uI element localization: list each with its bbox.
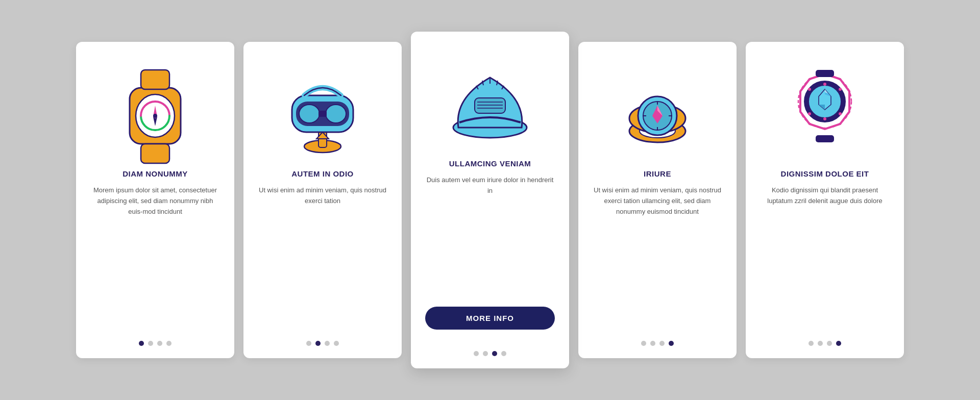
svg-point-47	[823, 83, 826, 86]
svg-point-13	[326, 105, 346, 123]
card-5-text: Kodio dignissim qui blandit praesent lup…	[760, 185, 890, 331]
dot-2-0	[306, 341, 311, 346]
card-4-dots	[641, 331, 674, 346]
svg-point-7	[153, 114, 157, 118]
card-3: ULLAMCING VENIAM Duis autem vel eum iriu…	[411, 32, 569, 368]
card-1: DIAM NONUMMY Morem ipsum dolor sit amet,…	[76, 42, 234, 358]
dot-4-0	[641, 341, 646, 346]
card-5-icon-area	[760, 57, 890, 159]
dot-1-0	[139, 341, 144, 346]
svg-rect-14	[318, 111, 327, 117]
dot-3-2	[492, 351, 497, 356]
svg-point-52	[808, 88, 811, 91]
card-3-icon-area	[425, 47, 555, 149]
svg-point-12	[299, 105, 320, 123]
card-1-dots	[139, 331, 172, 346]
card-5-title: DIGNISSIM DOLOE EIT	[781, 169, 869, 178]
card-1-title: DIAM NONUMMY	[122, 169, 188, 178]
card-2: AUTEM IN ODIO Ut wisi enim ad minim veni…	[243, 42, 402, 358]
vr-headset-icon	[282, 60, 363, 157]
smart-ring-icon	[617, 60, 698, 157]
dot-4-1	[650, 341, 655, 346]
smart-cap-icon	[444, 47, 536, 149]
svg-rect-1	[141, 70, 169, 89]
dot-1-3	[166, 341, 172, 346]
card-3-dots	[474, 341, 506, 356]
svg-point-50	[823, 117, 826, 120]
dot-1-2	[157, 341, 162, 346]
card-2-icon-area	[258, 57, 387, 159]
dot-3-0	[474, 351, 479, 356]
dot-1-1	[148, 341, 153, 346]
smartwatch-gem-icon	[784, 60, 866, 157]
svg-rect-17	[475, 98, 505, 113]
card-2-title: AUTEM IN ODIO	[291, 169, 354, 178]
dot-2-3	[334, 341, 339, 346]
card-5-dots	[808, 331, 841, 346]
card-3-text: Duis autem vel eum iriure dolor in hendr…	[425, 175, 555, 297]
card-4-icon-area	[593, 57, 722, 159]
dot-5-1	[818, 341, 823, 346]
dot-5-2	[827, 341, 832, 346]
smartwatch-compass-icon	[114, 60, 196, 157]
card-5: DIGNISSIM DOLOE EIT Kodio dignissim qui …	[746, 42, 904, 358]
dot-2-2	[325, 341, 330, 346]
dot-4-2	[659, 341, 665, 346]
card-4-text: Ut wisi enim ad minim veniam, quis nostr…	[593, 185, 722, 331]
cards-container: DIAM NONUMMY Morem ipsum dolor sit amet,…	[45, 11, 935, 389]
svg-rect-2	[141, 144, 169, 163]
card-1-icon-area	[90, 57, 220, 159]
svg-point-51	[808, 112, 811, 115]
svg-rect-45	[816, 70, 834, 77]
svg-rect-46	[816, 135, 834, 142]
card-3-title: ULLAMCING VENIAM	[449, 159, 531, 168]
svg-point-49	[839, 112, 842, 115]
card-2-text: Ut wisi enim ad minim veniam, quis nostr…	[258, 185, 387, 331]
dot-4-3	[669, 341, 674, 346]
svg-point-48	[839, 88, 842, 91]
card-4: IRIURE Ut wisi enim ad minim veniam, qui…	[578, 42, 737, 358]
dot-5-3	[836, 341, 841, 346]
dot-2-1	[315, 341, 321, 346]
card-4-title: IRIURE	[644, 169, 671, 178]
dot-3-1	[483, 351, 488, 356]
card-2-dots	[306, 331, 339, 346]
card-1-text: Morem ipsum dolor sit amet, consectetuer…	[90, 185, 220, 331]
dot-3-3	[501, 351, 506, 356]
dot-5-0	[808, 341, 814, 346]
more-info-button[interactable]: MORE INFO	[425, 307, 555, 330]
